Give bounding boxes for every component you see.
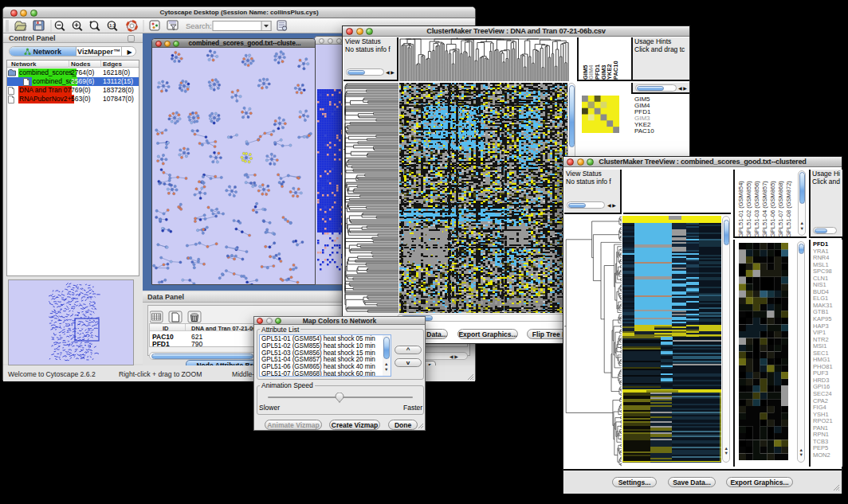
svg-text:Search:: Search: <box>186 21 212 30</box>
svg-text:1:1: 1:1 <box>109 23 115 28</box>
